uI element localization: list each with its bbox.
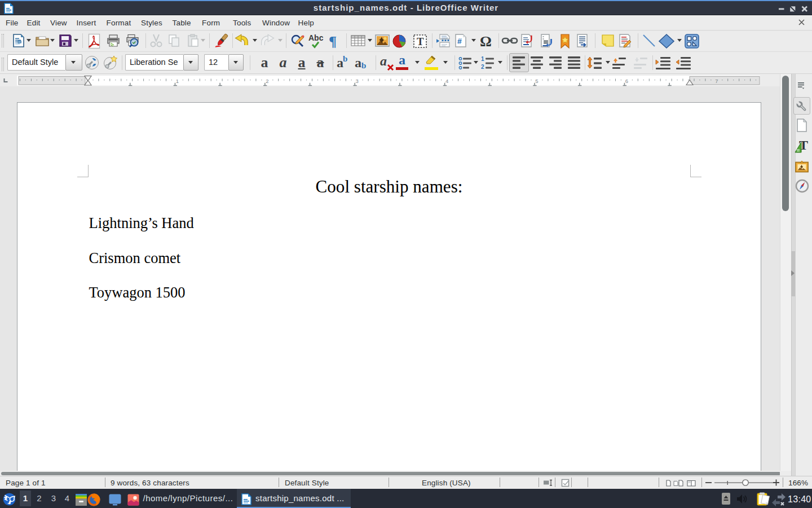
- svg-text:Abc: Abc: [308, 33, 324, 42]
- svg-text:#: #: [457, 37, 462, 46]
- svg-text:2: 2: [481, 64, 484, 69]
- svg-text:1: 1: [481, 56, 484, 62]
- svg-text:3: 3: [356, 78, 359, 84]
- svg-text:2: 2: [266, 78, 268, 84]
- svg-text:5: 5: [535, 78, 538, 84]
- svg-text:Ω: Ω: [480, 33, 492, 49]
- svg-text:¶: ¶: [329, 33, 337, 49]
- svg-text:6: 6: [625, 78, 628, 84]
- svg-text:7: 7: [715, 78, 718, 84]
- svg-text:T: T: [799, 138, 808, 152]
- svg-text:4: 4: [445, 78, 448, 84]
- svg-text:1: 1: [176, 78, 179, 84]
- svg-text:T: T: [417, 36, 424, 47]
